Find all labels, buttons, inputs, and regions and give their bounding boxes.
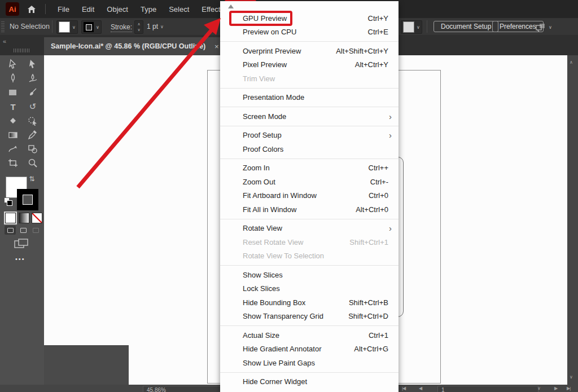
menu-item-hide-corner-widget[interactable]: Hide Corner Widget xyxy=(220,375,399,389)
menu-item-actual-size[interactable]: Actual SizeCtrl+1 xyxy=(220,328,399,342)
style-swatch-control[interactable]: ∨ xyxy=(401,20,422,34)
menu-item-shortcut: Alt+Shift+Ctrl+Y xyxy=(336,47,388,55)
rectangle-tool[interactable] xyxy=(6,86,20,99)
direct-selection-tool[interactable] xyxy=(25,58,40,71)
more-tools-icon[interactable]: ••• xyxy=(15,256,25,262)
document-setup-button[interactable]: Document Setup xyxy=(434,21,498,32)
swap-fill-stroke-icon[interactable]: ⇄ xyxy=(28,176,36,182)
menu-item-trim-view[interactable]: Trim View xyxy=(220,72,399,86)
style-swatch[interactable] xyxy=(403,21,414,33)
symbols-tool[interactable] xyxy=(25,143,40,155)
zoom-level-dropdown[interactable]: 45.86% xyxy=(143,386,224,392)
fill-color-control[interactable]: ∨ xyxy=(56,20,78,34)
stroke-color-control[interactable]: ∨ xyxy=(81,20,102,34)
menu-item-hide-edges[interactable]: Hide EdgesCtrl+H xyxy=(220,389,399,392)
document-tab[interactable]: Sample-Icon.ai* @ 45.86 % (RGB/CPU Outli… xyxy=(44,37,226,55)
stepper-up-icon[interactable]: ∧ xyxy=(135,21,143,27)
gradient-tool[interactable] xyxy=(6,129,20,141)
chevron-down-icon[interactable]: ∨ xyxy=(96,25,99,30)
color-button[interactable] xyxy=(5,213,16,223)
menu-item-label: GPU Preview xyxy=(243,14,357,23)
menu-item-zoom-out[interactable]: Zoom OutCtrl+- xyxy=(220,175,399,189)
menu-item-lock-slices[interactable]: Lock Slices xyxy=(220,282,399,296)
vertical-scrollbar[interactable]: ∧ ∨ xyxy=(567,55,578,385)
menubar-item-select[interactable]: Select xyxy=(163,2,195,17)
stroke-weight-dropdown[interactable]: 1 pt ∨ xyxy=(144,20,173,33)
menu-item-proof-setup[interactable]: Proof Setup› xyxy=(220,129,399,143)
stroke-weight-stepper[interactable]: ∧ ∨ xyxy=(134,20,143,34)
menubar-item-type[interactable]: Type xyxy=(134,2,163,17)
menu-item-overprint-preview[interactable]: Overprint PreviewAlt+Shift+Ctrl+Y xyxy=(220,44,399,58)
menu-item-presentation-mode[interactable]: Presentation Mode xyxy=(220,91,399,105)
menu-scroll-up-icon[interactable] xyxy=(228,5,234,8)
chevron-down-icon[interactable]: ∨ xyxy=(160,24,164,29)
menu-item-pixel-preview[interactable]: Pixel PreviewAlt+Ctrl+Y xyxy=(220,58,399,72)
menubar-item-file[interactable]: File xyxy=(51,2,76,17)
first-artboard-icon[interactable]: |◀ xyxy=(402,386,405,391)
eraser-tool[interactable] xyxy=(6,114,20,127)
stroke-label[interactable]: Stroke: xyxy=(111,23,132,32)
paintbrush-tool[interactable] xyxy=(25,86,40,99)
menu-item-label: Overprint Preview xyxy=(243,47,325,55)
menu-item-show-live-paint-gaps[interactable]: Show Live Paint Gaps xyxy=(220,356,399,370)
menu-item-gpu-preview[interactable]: GPU PreviewCtrl+Y xyxy=(220,11,399,25)
menu-item-show-slices[interactable]: Show Slices xyxy=(220,268,399,282)
menu-item-zoom-in[interactable]: Zoom InCtrl++ xyxy=(220,161,399,175)
zoom-tool[interactable] xyxy=(25,157,40,169)
stroke-proxy[interactable] xyxy=(17,189,38,210)
menu-item-proof-colors[interactable]: Proof Colors xyxy=(220,142,399,156)
scroll-down-icon[interactable]: ∨ xyxy=(570,375,573,380)
artboard-tool[interactable] xyxy=(6,157,20,169)
panel-grip-icon[interactable] xyxy=(1,21,5,32)
stepper-down-icon[interactable]: ∨ xyxy=(135,27,143,33)
menu-item-rotate-view[interactable]: Rotate View› xyxy=(220,222,399,236)
blend-tool[interactable] xyxy=(6,143,20,155)
curvature-tool[interactable] xyxy=(25,72,40,85)
menu-item-preview-on-cpu[interactable]: Preview on CPUCtrl+E xyxy=(220,25,399,39)
type-tool[interactable]: T xyxy=(6,100,20,113)
chevron-down-icon[interactable]: ∨ xyxy=(537,386,540,391)
home-icon[interactable] xyxy=(27,5,36,14)
menu-item-hide-gradient-annotator[interactable]: Hide Gradient AnnotatorAlt+Ctrl+G xyxy=(220,342,399,356)
shape-builder-tool[interactable] xyxy=(25,114,40,127)
close-icon[interactable]: × xyxy=(214,42,219,51)
artboard-number-value: 1 xyxy=(441,387,445,392)
gradient-button[interactable] xyxy=(19,213,29,223)
draw-behind-button[interactable] xyxy=(17,226,29,235)
default-fill-stroke-icon[interactable] xyxy=(4,197,12,205)
document-tab-title: Sample-Icon.ai* @ 45.86 % (RGB/CPU Outli… xyxy=(51,42,205,50)
fill-swatch[interactable] xyxy=(59,21,70,33)
menubar-item-object[interactable]: Object xyxy=(100,2,134,17)
artboard-number-dropdown[interactable]: 1 xyxy=(437,386,538,392)
arrange-documents-control[interactable]: ∨ xyxy=(535,23,552,32)
rotate-tool[interactable]: ↺ xyxy=(25,100,40,113)
menu-separator xyxy=(220,88,399,89)
chevron-down-icon[interactable]: ∨ xyxy=(72,25,76,30)
last-artboard-icon[interactable]: ▶| xyxy=(567,386,570,391)
menu-item-label: Fit Artboard in Window xyxy=(243,191,357,200)
draw-inside-button[interactable] xyxy=(30,226,41,235)
selection-tool[interactable] xyxy=(6,58,20,71)
draw-normal-button[interactable] xyxy=(5,226,16,235)
menu-item-reset-rotate-view[interactable]: Reset Rotate ViewShift+Ctrl+1 xyxy=(220,235,399,249)
menu-item-rotate-view-to-selection[interactable]: Rotate View To Selection xyxy=(220,249,399,263)
next-artboard-icon[interactable]: ▶ xyxy=(554,386,557,391)
chevron-down-icon[interactable]: ∨ xyxy=(417,25,420,30)
menubar-item-edit[interactable]: Edit xyxy=(76,2,100,17)
screen-mode-icon[interactable] xyxy=(14,239,29,251)
menu-item-hide-bounding-box[interactable]: Hide Bounding BoxShift+Ctrl+B xyxy=(220,296,399,310)
previous-artboard-icon[interactable]: ◀ xyxy=(419,386,422,391)
none-button[interactable] xyxy=(32,213,42,223)
pen-tool[interactable] xyxy=(6,72,20,85)
collapse-panel-icon[interactable]: « xyxy=(3,38,6,45)
panel-drag-grip-icon[interactable] xyxy=(14,49,29,52)
menu-item-show-transparency-grid[interactable]: Show Transparency GridShift+Ctrl+D xyxy=(220,310,399,324)
menu-item-fit-artboard-in-window[interactable]: Fit Artboard in WindowCtrl+0 xyxy=(220,189,399,203)
menu-item-screen-mode[interactable]: Screen Mode› xyxy=(220,109,399,124)
stroke-swatch[interactable] xyxy=(84,22,94,32)
menu-item-fit-all-in-window[interactable]: Fit All in WindowAlt+Ctrl+0 xyxy=(220,202,399,217)
chevron-down-icon[interactable]: ∨ xyxy=(549,25,552,30)
eyedropper-tool[interactable] xyxy=(25,129,40,141)
zoom-level-value: 45.86% xyxy=(147,387,166,392)
scroll-up-icon[interactable]: ∧ xyxy=(570,60,573,65)
